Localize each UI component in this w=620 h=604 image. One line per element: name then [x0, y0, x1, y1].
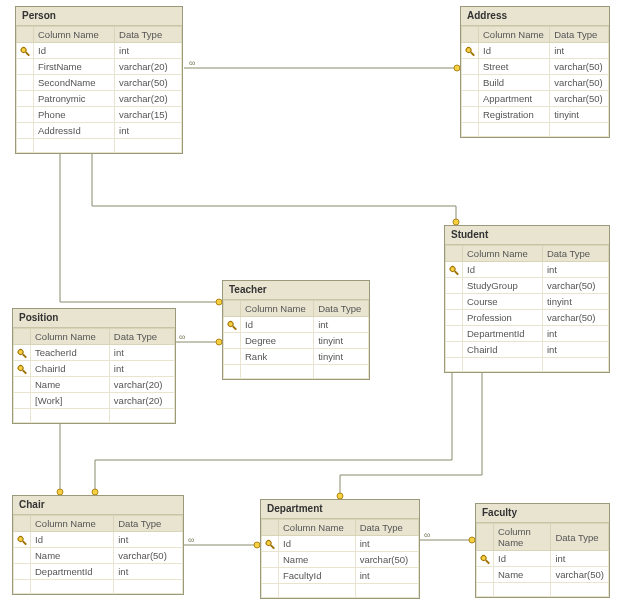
empty-row — [262, 584, 419, 598]
key-cell — [224, 349, 241, 365]
key-cell — [17, 59, 34, 75]
column-row[interactable]: Idint — [477, 551, 609, 567]
column-row[interactable]: TeacherIdint — [14, 345, 175, 361]
column-row[interactable]: Registrationtinyint — [462, 107, 609, 123]
entity-chair[interactable]: Chair Column NameData Type IdintNamevarc… — [12, 495, 184, 595]
key-cell — [462, 107, 479, 123]
column-row[interactable]: Namevarchar(50) — [14, 548, 183, 564]
column-type: varchar(50) — [550, 59, 609, 75]
column-type: varchar(50) — [114, 548, 183, 564]
column-type: varchar(20) — [115, 91, 182, 107]
column-row[interactable]: [Work]varchar(20) — [14, 393, 175, 409]
column-row[interactable]: Idint — [446, 262, 609, 278]
column-row[interactable]: Idint — [17, 43, 182, 59]
key-cell — [462, 59, 479, 75]
primary-key-icon — [477, 551, 494, 567]
empty-row — [17, 139, 182, 153]
column-row[interactable]: Idint — [224, 317, 369, 333]
column-row[interactable]: Idint — [462, 43, 609, 59]
key-cell — [14, 377, 31, 393]
entity-address[interactable]: Address Column NameData Type IdintStreet… — [460, 6, 610, 138]
column-row[interactable]: Namevarchar(50) — [262, 552, 419, 568]
column-name: TeacherId — [31, 345, 110, 361]
key-cell — [262, 568, 279, 584]
column-type: varchar(50) — [550, 75, 609, 91]
column-name: Profession — [463, 310, 543, 326]
column-name: [Work] — [31, 393, 110, 409]
key-cell — [446, 294, 463, 310]
column-row[interactable]: Phonevarchar(15) — [17, 107, 182, 123]
column-type: tinyint — [314, 349, 369, 365]
column-type: varchar(50) — [551, 567, 609, 583]
column-type: int — [114, 564, 183, 580]
entity-faculty[interactable]: Faculty Column NameData Type IdintNameva… — [475, 503, 610, 598]
column-row[interactable]: Idint — [14, 532, 183, 548]
column-type: int — [550, 43, 609, 59]
column-type: int — [109, 361, 174, 377]
key-cell — [17, 107, 34, 123]
column-row[interactable]: Patronymicvarchar(20) — [17, 91, 182, 107]
column-row[interactable]: Idint — [262, 536, 419, 552]
column-name: Phone — [34, 107, 115, 123]
column-name: Rank — [241, 349, 314, 365]
column-type: int — [542, 262, 608, 278]
column-name: Appartment — [479, 91, 550, 107]
column-row[interactable]: Ranktinyint — [224, 349, 369, 365]
entity-title: Teacher — [223, 281, 369, 300]
entity-person[interactable]: Person Column NameData Type IdintFirstNa… — [15, 6, 183, 154]
entity-student[interactable]: Student Column NameData Type IdintStudyG… — [444, 225, 610, 373]
column-name: Id — [31, 532, 114, 548]
column-name: ChairId — [463, 342, 543, 358]
erd-canvas: ∞ ∞ ∞ ∞ ∞ ∞ ∞ Person — [0, 0, 620, 604]
entity-teacher[interactable]: Teacher Column NameData Type IdintDegree… — [222, 280, 370, 380]
entity-department[interactable]: Department Column NameData Type IdintNam… — [260, 499, 420, 599]
column-name: Street — [479, 59, 550, 75]
entity-title: Chair — [13, 496, 183, 515]
column-row[interactable]: FirstNamevarchar(20) — [17, 59, 182, 75]
column-name: StudyGroup — [463, 278, 543, 294]
column-name: Build — [479, 75, 550, 91]
column-row[interactable]: Degreetinyint — [224, 333, 369, 349]
column-row[interactable]: DepartmentIdint — [446, 326, 609, 342]
column-type: varchar(50) — [115, 75, 182, 91]
column-row[interactable]: Buildvarchar(50) — [462, 75, 609, 91]
column-row[interactable]: Professionvarchar(50) — [446, 310, 609, 326]
primary-key-icon — [14, 345, 31, 361]
entity-title: Faculty — [476, 504, 609, 523]
column-row[interactable]: Coursetinyint — [446, 294, 609, 310]
column-row[interactable]: FacultyIdint — [262, 568, 419, 584]
empty-row — [462, 123, 609, 137]
column-name: DepartmentId — [31, 564, 114, 580]
column-type: varchar(50) — [542, 278, 608, 294]
svg-text:∞: ∞ — [179, 332, 185, 342]
key-cell — [446, 342, 463, 358]
key-cell — [14, 548, 31, 564]
column-row[interactable]: Namevarchar(20) — [14, 377, 175, 393]
key-cell — [14, 564, 31, 580]
column-name: Patronymic — [34, 91, 115, 107]
primary-key-icon — [17, 43, 34, 59]
column-row[interactable]: DepartmentIdint — [14, 564, 183, 580]
column-row[interactable]: Namevarchar(50) — [477, 567, 609, 583]
empty-row — [446, 358, 609, 372]
column-row[interactable]: StudyGroupvarchar(50) — [446, 278, 609, 294]
column-row[interactable]: SecondNamevarchar(50) — [17, 75, 182, 91]
primary-key-icon — [224, 317, 241, 333]
column-name: Id — [494, 551, 551, 567]
key-cell — [477, 567, 494, 583]
column-name: Name — [279, 552, 356, 568]
entity-title: Department — [261, 500, 419, 519]
entity-title: Student — [445, 226, 609, 245]
column-row[interactable]: Appartmentvarchar(50) — [462, 91, 609, 107]
column-name: Id — [479, 43, 550, 59]
column-name: Id — [279, 536, 356, 552]
column-row[interactable]: ChairIdint — [14, 361, 175, 377]
column-row[interactable]: AddressIdint — [17, 123, 182, 139]
key-cell — [17, 123, 34, 139]
entity-columns: Column NameData Type IdintNamevarchar(50… — [261, 519, 419, 598]
entity-title: Address — [461, 7, 609, 26]
entity-position[interactable]: Position Column NameData Type TeacherIdi… — [12, 308, 176, 424]
column-row[interactable]: Streetvarchar(50) — [462, 59, 609, 75]
column-row[interactable]: ChairIdint — [446, 342, 609, 358]
column-name: SecondName — [34, 75, 115, 91]
